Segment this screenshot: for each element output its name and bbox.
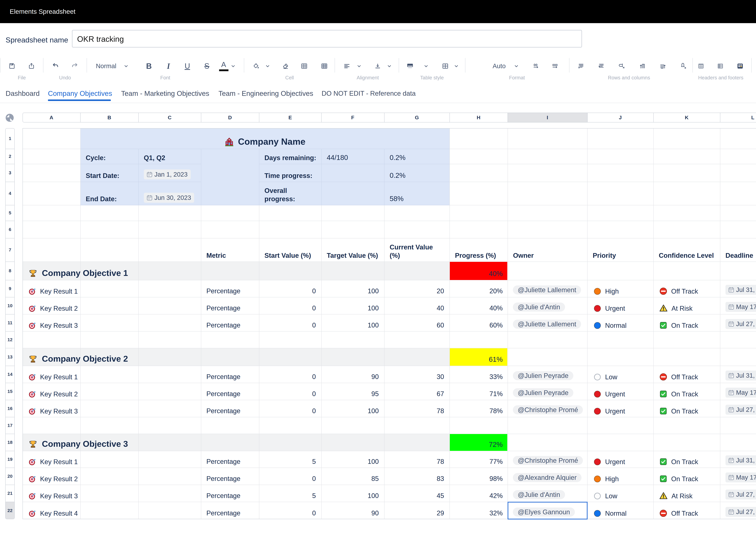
svg-text:00: 00 (534, 63, 537, 67)
svg-text:000: 000 (552, 63, 558, 67)
